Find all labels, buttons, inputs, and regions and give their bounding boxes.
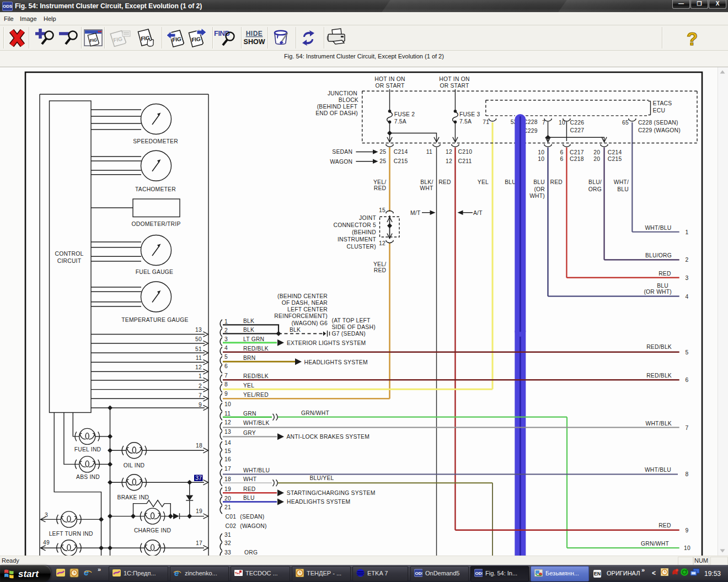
- svg-text:12: 12: [379, 240, 386, 246]
- svg-text:12: 12: [446, 149, 452, 155]
- svg-text:YEL/RED: YEL/RED: [243, 392, 269, 398]
- svg-text:RED: RED: [659, 271, 671, 277]
- svg-text:EXTERIOR LIGHTS SYSTEM: EXTERIOR LIGHTS SYSTEM: [287, 340, 366, 346]
- svg-text:C210: C210: [458, 149, 473, 155]
- svg-text:RED: RED: [374, 267, 387, 273]
- svg-text:14: 14: [224, 440, 231, 446]
- svg-text:FUEL IND: FUEL IND: [74, 446, 101, 452]
- svg-text:ODOMETER/TRIP: ODOMETER/TRIP: [131, 221, 180, 227]
- svg-text:1: 1: [224, 319, 228, 325]
- svg-text:(SEDAN): (SEDAN): [240, 514, 264, 520]
- svg-text:C229 (WAGON): C229 (WAGON): [638, 127, 681, 133]
- svg-text:BLU: BLU: [533, 179, 545, 185]
- svg-text:GRY: GRY: [243, 430, 256, 436]
- svg-text:BLU/: BLU/: [588, 179, 602, 185]
- svg-text:20: 20: [224, 495, 231, 502]
- svg-text:7: 7: [542, 120, 545, 126]
- svg-text:BLU: BLU: [243, 495, 255, 501]
- svg-text:YEL: YEL: [478, 179, 489, 185]
- svg-text:C215: C215: [394, 158, 408, 164]
- svg-text:10: 10: [559, 120, 565, 126]
- svg-text:WHT/BLU: WHT/BLU: [243, 467, 270, 473]
- svg-text:1: 1: [199, 373, 202, 379]
- svg-text:15: 15: [379, 207, 386, 213]
- svg-text:WHT/: WHT/: [614, 179, 629, 185]
- svg-text:33: 33: [224, 549, 231, 556]
- svg-text:4: 4: [686, 294, 689, 300]
- svg-text:BLOCK: BLOCK: [339, 97, 358, 103]
- svg-text:BRAKE IND: BRAKE IND: [117, 494, 149, 500]
- svg-text:CIRCUIT: CIRCUIT: [57, 258, 82, 264]
- svg-text:6: 6: [686, 377, 689, 383]
- svg-text:ODS: ODS: [415, 571, 423, 576]
- svg-text:19: 19: [224, 486, 231, 492]
- svg-text:21: 21: [224, 504, 231, 510]
- svg-text:13: 13: [195, 327, 202, 333]
- svg-text:C228 (SEDAN): C228 (SEDAN): [638, 120, 678, 126]
- svg-text:C217: C217: [570, 149, 584, 155]
- svg-text:BLU: BLU: [505, 179, 516, 185]
- svg-text:3: 3: [45, 512, 48, 518]
- svg-text:ANTI-LOCK BRAKES SYSTEM: ANTI-LOCK BRAKES SYSTEM: [287, 434, 370, 440]
- svg-text:17: 17: [224, 466, 231, 472]
- svg-text:10: 10: [538, 156, 544, 162]
- svg-text:5: 5: [686, 349, 689, 355]
- svg-text:C214: C214: [608, 149, 622, 155]
- svg-text:A/T: A/T: [473, 210, 483, 216]
- svg-text:BLK/: BLK/: [420, 179, 433, 185]
- svg-text:OR START: OR START: [375, 83, 405, 89]
- svg-text:5: 5: [224, 354, 228, 360]
- svg-text:BLU/ORG: BLU/ORG: [645, 252, 672, 258]
- svg-text:(OR: (OR: [534, 186, 545, 192]
- svg-text:C215: C215: [608, 156, 622, 162]
- svg-text:HOT IN ON: HOT IN ON: [374, 76, 405, 82]
- svg-text:JUNCTION: JUNCTION: [328, 90, 357, 96]
- svg-text:C218: C218: [570, 156, 584, 162]
- svg-text:e: e: [174, 569, 179, 577]
- svg-text:RED: RED: [659, 522, 671, 529]
- svg-text:(OR WHT): (OR WHT): [644, 289, 672, 295]
- svg-text:WHT): WHT): [529, 193, 545, 199]
- svg-text:HEADLIGHTS SYSTEM: HEADLIGHTS SYSTEM: [304, 359, 368, 365]
- svg-text:BRN: BRN: [243, 355, 256, 361]
- svg-text:BLK: BLK: [243, 327, 254, 333]
- svg-text:YEL/: YEL/: [373, 179, 386, 185]
- svg-text:6: 6: [560, 156, 563, 162]
- svg-text:RED: RED: [438, 179, 451, 185]
- svg-text:8: 8: [224, 381, 228, 387]
- svg-text:ETACS: ETACS: [653, 100, 672, 106]
- svg-text:TEMPERATURE GAUGE: TEMPERATURE GAUGE: [121, 317, 188, 323]
- svg-text:?: ?: [687, 29, 698, 49]
- svg-text:65: 65: [622, 120, 629, 126]
- svg-text:25: 25: [379, 149, 386, 155]
- svg-text:4: 4: [224, 345, 228, 351]
- svg-text:LEFT CENTER: LEFT CENTER: [287, 306, 328, 312]
- svg-text:ECU: ECU: [653, 107, 666, 114]
- svg-text:WAGON: WAGON: [330, 159, 352, 165]
- svg-text:9: 9: [686, 527, 689, 534]
- svg-text:WHT: WHT: [420, 185, 433, 191]
- svg-text:10: 10: [684, 545, 690, 551]
- svg-text:9: 9: [199, 402, 202, 408]
- svg-text:6: 6: [224, 363, 228, 369]
- svg-text:STARTING/CHARGING SYSTEM: STARTING/CHARGING SYSTEM: [287, 490, 376, 496]
- svg-text:start: start: [18, 569, 39, 579]
- svg-text:7: 7: [199, 392, 202, 398]
- svg-text:HEADLIGHTS SYSTEM: HEADLIGHTS SYSTEM: [287, 499, 350, 505]
- svg-text:7: 7: [224, 373, 228, 379]
- svg-text:CLUSTER): CLUSTER): [347, 244, 377, 250]
- svg-text:»: »: [98, 566, 101, 573]
- svg-text:ORG: ORG: [244, 549, 258, 556]
- svg-text:YEL/: YEL/: [373, 261, 386, 267]
- svg-text:13: 13: [224, 429, 231, 435]
- svg-text:C227: C227: [570, 127, 585, 133]
- svg-text:HIDE: HIDE: [246, 30, 263, 37]
- svg-text:HOT IN ON: HOT IN ON: [439, 76, 469, 82]
- svg-text:(BEHIND CENTER: (BEHIND CENTER: [277, 293, 328, 299]
- svg-text:71: 71: [483, 119, 489, 125]
- svg-text:(BEHIND LEFT: (BEHIND LEFT: [317, 104, 358, 110]
- svg-text:CONTROL: CONTROL: [55, 251, 83, 257]
- svg-text:BLU/YEL: BLU/YEL: [309, 475, 334, 481]
- svg-text:10: 10: [224, 401, 231, 407]
- svg-text:END OF DASH): END OF DASH): [315, 110, 358, 116]
